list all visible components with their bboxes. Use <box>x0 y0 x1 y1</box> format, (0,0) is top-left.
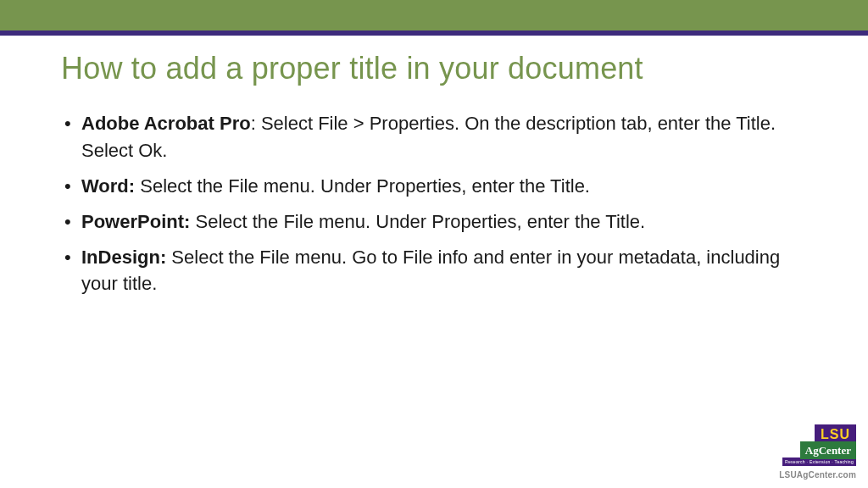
footer: LSU AgCenter Research · Extension · Teac… <box>779 427 856 480</box>
bullet-label: InDesign: <box>81 247 166 268</box>
logo-row-ag: AgCenter <box>782 442 856 458</box>
bullet-label: PowerPoint: <box>81 211 190 232</box>
slide-content: How to add a proper title in your docume… <box>0 36 868 297</box>
bullet-text: Select the File menu. Under Properties, … <box>195 211 645 232</box>
list-item: InDesign: Select the File menu. Go to Fi… <box>61 244 807 298</box>
logo-subtext: Research · Extension · Teaching <box>782 458 856 466</box>
bullet-sep: : <box>251 113 261 134</box>
lsu-agcenter-logo: LSU AgCenter Research · Extension · Teac… <box>782 427 856 466</box>
bullet-list: Adobe Acrobat Pro: Select File > Propert… <box>61 110 807 297</box>
list-item: PowerPoint: Select the File menu. Under … <box>61 208 807 236</box>
logo-ag-text: AgCenter <box>800 441 856 459</box>
bullet-label: Word: <box>81 175 135 197</box>
header-green-bar <box>0 0 868 30</box>
slide-title: How to add a proper title in your docume… <box>61 51 807 86</box>
bullet-label: Adobe Acrobat Pro <box>81 113 251 134</box>
bullet-text: Select the File menu. Go to File info an… <box>81 247 780 295</box>
bullet-text: Select the File menu. Under Properties, … <box>140 175 590 197</box>
logo-row-lsu: LSU <box>782 427 856 442</box>
footer-url: LSUAgCenter.com <box>779 470 856 480</box>
list-item: Word: Select the File menu. Under Proper… <box>61 173 807 200</box>
list-item: Adobe Acrobat Pro: Select File > Propert… <box>61 110 807 164</box>
